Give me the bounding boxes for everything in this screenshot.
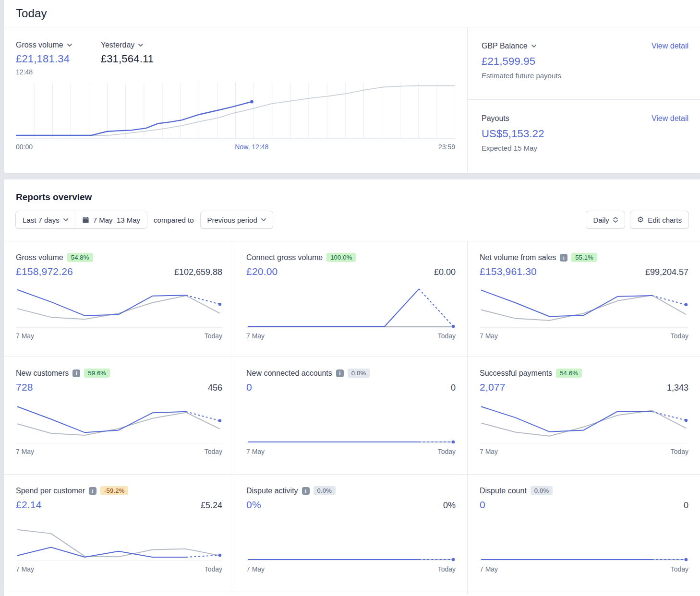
today-intraday-chart bbox=[16, 83, 455, 139]
sparkline-chart bbox=[480, 400, 688, 445]
payouts-view-detail-link[interactable]: View detail bbox=[652, 114, 688, 123]
gross-volume-time: 12:48 bbox=[16, 68, 72, 76]
sparkline-axis: 7 MayToday bbox=[16, 448, 222, 455]
payouts-block: Payouts View detail US$5,153.22 Expected… bbox=[468, 99, 700, 172]
balance-view-detail-link[interactable]: View detail bbox=[652, 42, 688, 50]
change-badge: 59.6% bbox=[84, 369, 110, 378]
report-card-new-customers[interactable]: New customersi59.6%7284567 MayToday bbox=[4, 357, 234, 474]
reports-overview-section: Reports overview Last 7 days 7 May–13 Ma… bbox=[4, 179, 700, 596]
spark-axis-end: Today bbox=[438, 565, 456, 573]
sparkline-axis: 7 MayToday bbox=[480, 448, 688, 455]
spark-axis-start: 7 May bbox=[480, 332, 498, 340]
comparison-period-selector[interactable]: Yesterday bbox=[101, 41, 144, 49]
current-value: 0 bbox=[480, 499, 485, 511]
change-badge: 0.0% bbox=[531, 486, 553, 495]
spark-axis-end: Today bbox=[438, 448, 456, 455]
spark-axis-start: 7 May bbox=[246, 448, 265, 455]
current-value: £153,961.30 bbox=[480, 266, 537, 277]
payouts-caption: Expected 15 May bbox=[482, 144, 688, 152]
reports-title: Reports overview bbox=[16, 192, 688, 203]
current-value: £2.14 bbox=[16, 499, 42, 511]
report-card-partial bbox=[234, 592, 467, 595]
comparison-value: 0 bbox=[451, 383, 456, 393]
change-badge: 0.0% bbox=[314, 486, 336, 495]
range-preset-label: Last 7 days bbox=[23, 216, 60, 224]
interval-select-label: Daily bbox=[593, 216, 609, 224]
gross-volume-panel: Gross volume £21,181.34 12:48 Yesterday … bbox=[4, 27, 467, 172]
chevron-down-icon bbox=[138, 44, 143, 47]
report-card-new-connected-accounts[interactable]: New connected accountsi0.0%007 MayToday bbox=[234, 357, 467, 474]
comparison-value: 0% bbox=[443, 501, 456, 511]
sparkline-axis: 7 MayToday bbox=[16, 332, 222, 340]
chevron-down-icon bbox=[261, 218, 266, 221]
current-value: 2,077 bbox=[480, 381, 506, 393]
gbp-balance-label: GBP Balance bbox=[482, 42, 528, 50]
chevron-down-icon bbox=[67, 44, 72, 47]
current-value: 728 bbox=[16, 381, 33, 393]
today-section: Today Gross volume £21,181.34 12:48 Yest… bbox=[4, 0, 700, 173]
report-card-dispute-activity[interactable]: Dispute activityi0.0%0%0%7 MayToday bbox=[234, 475, 467, 592]
comparison-select[interactable]: Previous period bbox=[201, 211, 273, 228]
spark-axis-end: Today bbox=[671, 565, 688, 573]
gbp-balance-value: £21,599.95 bbox=[482, 55, 688, 68]
page-title: Today bbox=[16, 7, 47, 20]
report-card-dispute-count[interactable]: Dispute count0.0%007 MayToday bbox=[468, 475, 700, 592]
sparkline-axis: 7 MayToday bbox=[246, 448, 456, 455]
edit-charts-button[interactable]: ⚙ Edit charts bbox=[630, 211, 688, 228]
date-range-button[interactable]: 7 May–13 May bbox=[75, 211, 147, 228]
yesterday-value: £31,564.11 bbox=[101, 53, 154, 65]
sparkline-axis: 7 MayToday bbox=[480, 332, 688, 340]
report-card-net-volume-from-sales[interactable]: Net volume from salesi55.1%£153,961.30£9… bbox=[468, 241, 700, 357]
info-icon[interactable]: i bbox=[89, 487, 97, 495]
report-card-connect-gross-volume[interactable]: Connect gross volume100.0%£20.00£0.007 M… bbox=[234, 241, 467, 357]
payouts-label: Payouts bbox=[482, 114, 509, 123]
card-title: Dispute count bbox=[480, 487, 527, 495]
report-card-partial bbox=[4, 592, 234, 595]
spark-axis-start: 7 May bbox=[480, 448, 498, 455]
range-preset-button[interactable]: Last 7 days bbox=[16, 211, 75, 228]
gbp-balance-selector[interactable]: GBP Balance bbox=[482, 42, 536, 50]
sparkline-chart bbox=[16, 517, 222, 563]
today-header: Today bbox=[4, 0, 700, 27]
today-chart-axis: 00:00 Now, 12:48 23:59 bbox=[16, 143, 455, 153]
info-icon[interactable]: i bbox=[560, 254, 567, 262]
interval-select[interactable]: Daily bbox=[586, 211, 624, 228]
card-title: Spend per customer bbox=[16, 487, 85, 495]
report-card-gross-volume[interactable]: Gross volume54.8%£158,972.26£102,659.887… bbox=[4, 241, 234, 357]
report-cards-grid: Gross volume54.8%£158,972.26£102,659.887… bbox=[4, 241, 700, 595]
axis-end-label: 23:59 bbox=[438, 143, 455, 151]
chevron-down-icon bbox=[531, 45, 536, 48]
spark-axis-start: 7 May bbox=[16, 565, 34, 573]
comparison-value: 0 bbox=[684, 501, 688, 511]
spark-axis-end: Today bbox=[671, 332, 688, 340]
card-title: New connected accounts bbox=[246, 369, 332, 378]
card-title: New customers bbox=[16, 369, 69, 378]
gross-volume-selector[interactable]: Gross volume bbox=[16, 41, 72, 49]
info-icon[interactable]: i bbox=[336, 370, 344, 377]
card-title: Successful payments bbox=[480, 369, 552, 378]
sparkline-chart bbox=[480, 284, 688, 330]
report-card-successful-payments[interactable]: Successful payments54.6%2,0771,3437 MayT… bbox=[468, 357, 700, 474]
spark-axis-end: Today bbox=[671, 448, 688, 455]
card-title: Gross volume bbox=[16, 253, 63, 262]
report-card-spend-per-customer[interactable]: Spend per customeri-59.2%£2.14£5.247 May… bbox=[4, 475, 234, 592]
change-badge: 0.0% bbox=[348, 369, 370, 378]
info-icon[interactable]: i bbox=[302, 487, 310, 495]
report-card-partial bbox=[468, 592, 700, 595]
gbp-balance-block: GBP Balance View detail £21,599.95 Estim… bbox=[468, 27, 700, 99]
spark-axis-end: Today bbox=[205, 565, 222, 573]
axis-now-label: Now, 12:48 bbox=[235, 143, 268, 151]
comparison-value: 456 bbox=[208, 383, 222, 393]
calendar-icon bbox=[82, 216, 89, 224]
current-value: £20.00 bbox=[246, 266, 278, 277]
info-icon[interactable]: i bbox=[72, 370, 80, 377]
sparkline-axis: 7 MayToday bbox=[16, 565, 222, 573]
change-badge: 100.0% bbox=[326, 253, 356, 262]
sparkline-chart bbox=[16, 284, 222, 330]
change-badge: -59.2% bbox=[100, 486, 128, 495]
current-value: 0% bbox=[246, 499, 261, 511]
spark-axis-end: Today bbox=[205, 448, 222, 455]
comparison-select-label: Previous period bbox=[207, 216, 257, 224]
spark-axis-end: Today bbox=[205, 332, 222, 340]
change-badge: 54.8% bbox=[67, 253, 93, 262]
